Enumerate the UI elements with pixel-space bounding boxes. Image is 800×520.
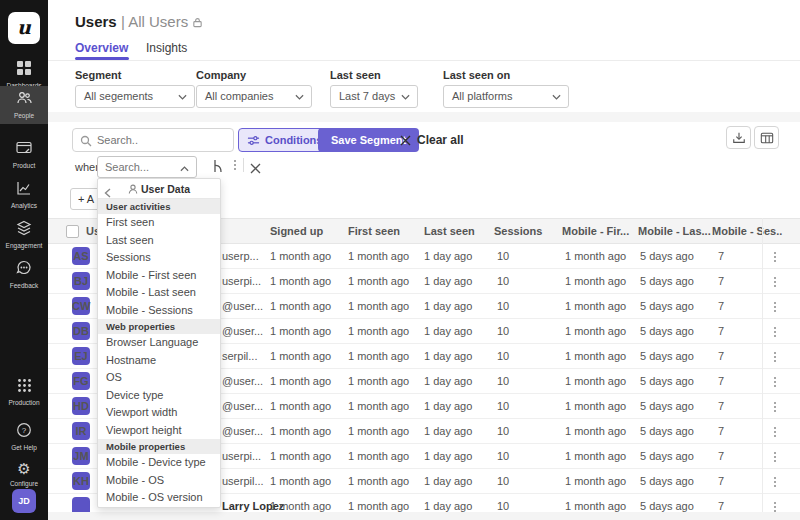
company-select[interactable]: All companies — [196, 85, 312, 108]
condition-field-search-input[interactable] — [105, 158, 175, 176]
sidebar-item-production[interactable]: Production — [0, 374, 48, 406]
cell-user-name[interactable]: @user... — [222, 375, 263, 387]
sidebar-item-configure[interactable]: ⚙ Configure — [0, 456, 48, 487]
clear-all-button[interactable]: Clear all — [400, 133, 464, 147]
cell-signed-up: 1 month ago — [270, 400, 331, 412]
sidebar-item-label: Production — [0, 399, 48, 406]
cell-user-name[interactable]: serpil... — [222, 350, 257, 362]
row-actions-kebab-icon[interactable] — [770, 300, 780, 314]
cell-mobile-first: 1 month ago — [565, 425, 626, 437]
menu-back-button[interactable] — [104, 184, 111, 204]
row-actions-kebab-icon[interactable] — [770, 425, 780, 439]
segment-select-value: All segements — [84, 90, 153, 102]
cell-sessions: 10 — [497, 375, 509, 387]
x-icon — [250, 163, 261, 174]
menu-item[interactable]: Viewport width — [98, 404, 220, 422]
sidebar-item-people[interactable]: People — [0, 86, 48, 124]
chevron-down-icon — [178, 94, 187, 101]
field-dropdown-menu: User Data User activities First seen Las… — [97, 178, 221, 508]
app-logo[interactable]: u — [8, 12, 40, 44]
menu-item[interactable]: Mobile properties — [98, 439, 220, 454]
cell-sessions: 10 — [497, 425, 509, 437]
menu-item[interactable]: Sessions — [98, 249, 220, 267]
col-signed-up: Signed up — [270, 225, 323, 237]
menu-item[interactable]: Mobile - First seen — [98, 267, 220, 285]
menu-item[interactable]: Mobile - Last seen — [98, 284, 220, 302]
menu-item[interactable]: Mobile - OS — [98, 472, 220, 490]
cell-signed-up: 1 month ago — [270, 250, 331, 262]
cell-first-seen: 1 month ago — [348, 325, 409, 337]
menu-item[interactable]: Last seen — [98, 232, 220, 250]
cell-user-name[interactable]: userpil... — [222, 475, 264, 487]
user-avatar[interactable]: JD — [12, 489, 36, 513]
condition-field-dropdown[interactable] — [97, 156, 197, 178]
menu-item[interactable]: Mobile - Sessions — [98, 302, 220, 320]
cell-last-seen: 1 day ago — [424, 300, 472, 312]
row-actions-kebab-icon[interactable] — [770, 250, 780, 264]
cell-last-seen: 1 day ago — [424, 450, 472, 462]
sidebar-item-analytics[interactable]: Analytics — [0, 176, 48, 209]
table-search[interactable] — [72, 128, 234, 152]
segment-select[interactable]: All segements — [75, 85, 195, 108]
sidebar: u Dashboards People Product Analytics En… — [0, 0, 48, 520]
tab-overview[interactable]: Overview — [75, 41, 128, 55]
row-actions-kebab-icon[interactable] — [770, 350, 780, 364]
menu-item[interactable]: Web properties — [98, 319, 220, 334]
row-actions-kebab-icon[interactable] — [770, 325, 780, 339]
row-actions-kebab-icon[interactable] — [770, 450, 780, 464]
cell-user-name[interactable]: userp... — [222, 250, 259, 262]
menu-item[interactable]: Browser Language — [98, 334, 220, 352]
cell-sessions: 10 — [497, 400, 509, 412]
tab-insights[interactable]: Insights — [146, 41, 187, 55]
last-seen-select[interactable]: Last 7 days — [330, 85, 418, 108]
row-actions-kebab-icon[interactable] — [770, 500, 780, 512]
menu-item[interactable]: User activities — [98, 199, 220, 214]
sidebar-item-feedback[interactable]: Feedback — [0, 256, 48, 289]
engagement-layers-icon — [16, 220, 32, 236]
condition-more-button[interactable] — [230, 158, 240, 176]
row-actions-kebab-icon[interactable] — [770, 375, 780, 389]
row-actions-kebab-icon[interactable] — [770, 275, 780, 289]
delete-condition-button[interactable] — [250, 160, 261, 178]
menu-item[interactable]: Device type — [98, 387, 220, 405]
cell-user-name[interactable]: @user... — [222, 425, 263, 437]
columns-button[interactable] — [754, 126, 779, 149]
menu-item[interactable]: Viewport height — [98, 422, 220, 440]
cell-sessions: 10 — [497, 250, 509, 262]
page-title-secondary: All Users — [128, 13, 188, 30]
cell-mobile-first: 1 month ago — [565, 250, 626, 262]
cell-user-name[interactable]: userpi... — [222, 450, 261, 462]
cell-user-name[interactable]: @user... — [222, 325, 263, 337]
sidebar-item-engagement[interactable]: Engagement — [0, 216, 48, 249]
cell-user-name[interactable]: userpi... — [222, 275, 261, 287]
cell-user-name[interactable]: @user... — [222, 300, 263, 312]
last-seen-on-select[interactable]: All platforms — [443, 85, 569, 108]
row-actions-kebab-icon[interactable] — [770, 475, 780, 489]
sidebar-item-get-help[interactable]: ? Get Help — [0, 418, 48, 451]
cell-sessions: 10 — [497, 475, 509, 487]
menu-item[interactable]: Mobile - OS version — [98, 489, 220, 507]
nest-condition-button[interactable] — [212, 159, 224, 177]
search-icon — [80, 135, 92, 147]
export-button[interactable] — [726, 126, 751, 149]
col-first-seen: First seen — [348, 225, 400, 237]
cell-mobile-sessions: 7 — [718, 250, 724, 262]
cell-user-name[interactable]: @user... — [222, 400, 263, 412]
cell-first-seen: 1 month ago — [348, 300, 409, 312]
menu-item[interactable]: First seen — [98, 214, 220, 232]
cell-mobile-last: 5 days ago — [640, 450, 694, 462]
menu-header: User Data — [98, 179, 220, 199]
sidebar-item-product[interactable]: Product — [0, 136, 48, 169]
sidebar-item-dashboards[interactable]: Dashboards — [0, 56, 48, 89]
search-input[interactable] — [97, 130, 227, 150]
select-all-checkbox[interactable] — [66, 225, 79, 238]
menu-item[interactable]: Mobile - Device type — [98, 454, 220, 472]
cell-mobile-last: 5 days ago — [640, 350, 694, 362]
menu-item[interactable]: OS — [98, 369, 220, 387]
cell-sessions: 10 — [497, 325, 509, 337]
row-actions-kebab-icon[interactable] — [770, 400, 780, 414]
row-avatar — [72, 497, 90, 512]
cell-first-seen: 1 month ago — [348, 275, 409, 287]
clear-all-label: Clear all — [417, 133, 464, 147]
menu-item[interactable]: Hostname — [98, 352, 220, 370]
